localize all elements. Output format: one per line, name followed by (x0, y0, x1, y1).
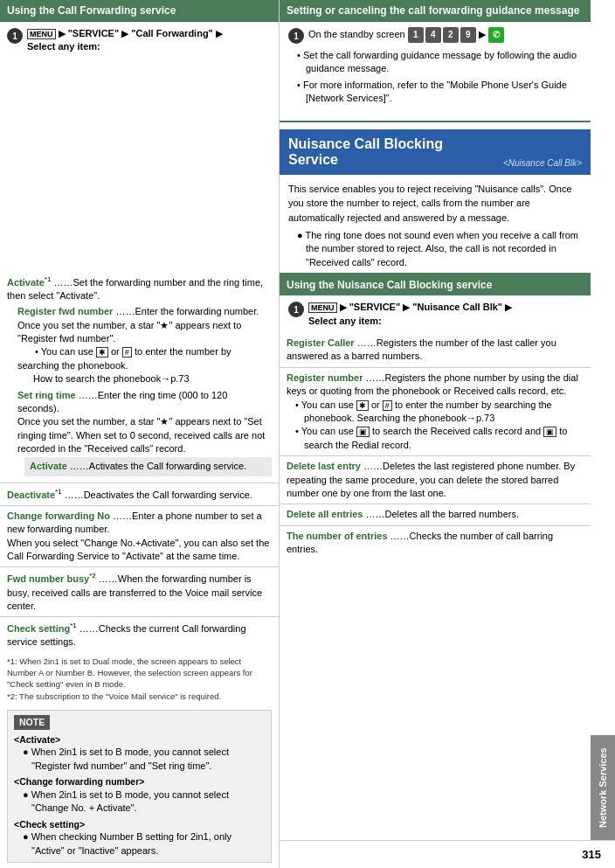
right-bullet2: For more information, refer to the "Mobi… (297, 79, 582, 106)
key-9: 9 (460, 27, 476, 43)
note-label: NOTE (14, 715, 50, 730)
step1-circle: 1 (7, 28, 23, 44)
note-change-bullet: When 2in1 is set to B mode, you cannot s… (23, 788, 265, 816)
key-4: 4 (425, 27, 441, 43)
nuisance-step1: 1 MENU ▶ "SERVICE" ▶ "Nuisance Call Blk"… (288, 301, 582, 328)
activate-sub-items: Register fwd number ……Enter the forwardi… (7, 305, 272, 476)
check-setting-label: Check setting (7, 623, 70, 634)
set-ring-time-label: Set ring time (17, 390, 76, 400)
register-fwd-row: Register fwd number ……Enter the forwardi… (17, 305, 272, 385)
footer: 315 (280, 840, 615, 868)
note-change-label: <Change forwarding number> (14, 776, 144, 787)
nuisance-select-label: Select any item: (308, 316, 382, 326)
nuisance-step1-text: MENU ▶ "SERVICE" ▶ "Nuisance Call Blk" ▶… (308, 301, 512, 328)
deactivate-row: Deactivate*1 ……Deactivates the Call forw… (0, 483, 279, 505)
right-bullet1: Set the call forwarding guidance message… (297, 49, 582, 76)
footnote2: *2: The subscription to the "Voice Mail … (7, 691, 272, 702)
note-change-section: <Change forwarding number> When 2in1 is … (14, 775, 265, 815)
left-section-header: Using the Call Forwarding service (0, 0, 279, 22)
register-caller-label: Register Caller (287, 337, 355, 348)
nuisance-step1-circle: 1 (288, 302, 304, 317)
nuisance-menu-badge: MENU (308, 302, 337, 313)
right-top-content: 1 On the standby screen 1 4 2 9 ▶ (280, 22, 591, 114)
footnotes: *1: When 2in1 is set to Dual mode, the s… (0, 653, 279, 705)
select-label: Select any item: (27, 41, 100, 52)
nuisance-call-blk-label: "Nuisance Call Blk" (412, 302, 502, 312)
activate-row: Activate*1 ……Set the forwarding number a… (0, 271, 279, 483)
activate-sub-label: Activate (30, 461, 67, 471)
nuisance-service-label: "SERVICE" (349, 302, 401, 312)
activate-sub-box: Activate ……Activates the Call forwarding… (24, 457, 272, 476)
key-1: 1 (408, 27, 424, 43)
delete-last-row: Delete last entry ……Deletes the last reg… (280, 455, 591, 503)
nuisance-bullet1: The ring tone does not sound even when y… (297, 229, 582, 269)
service-label: "SERVICE" (68, 28, 120, 38)
using-nuisance-header: Using the Nuisance Call Blocking service (280, 274, 591, 295)
reg-num-bullet2: You can use ▣ to search the Received cal… (295, 425, 584, 452)
nuisance-box: Nuisance Call BlockingService <Nuisance … (280, 129, 591, 175)
delete-all-label: Delete all entries (287, 509, 363, 519)
step1-text: MENU ▶ "SERVICE" ▶ "Call Forwarding" ▶ S… (27, 27, 223, 54)
register-fwd-bullet1: You can use ✱ or # to enter the number b… (17, 346, 231, 370)
network-services-label: Network Services (591, 735, 615, 840)
register-fwd-label: Register fwd number (17, 306, 113, 316)
note-activate-bullet: When 2in1 is set to B mode, you cannot s… (23, 746, 265, 773)
number-of-entries-row: The number of entries ……Checks the numbe… (280, 525, 591, 560)
nuisance-title-row: Nuisance Call BlockingService <Nuisance … (288, 136, 582, 168)
delete-last-label: Delete last entry (287, 461, 361, 471)
note-activate-label: <Activate> (14, 734, 60, 745)
left-step1: 1 MENU ▶ "SERVICE" ▶ "Call Forwarding" ▶… (7, 27, 272, 54)
register-number-label: Register number (287, 372, 363, 383)
footnote1: *1: When 2in1 is set to Dual mode, the s… (7, 656, 272, 691)
note-activate-section: <Activate> When 2in1 is set to B mode, y… (14, 733, 265, 773)
delete-all-row: Delete all entries ……Deletes all the bar… (280, 503, 591, 524)
left-section-title: Using the Call Forwarding service (7, 4, 176, 17)
number-of-entries-label: The number of entries (287, 531, 388, 541)
side-tab-area: Network Services (591, 0, 615, 840)
note-box: NOTE <Activate> When 2in1 is set to B mo… (7, 710, 272, 863)
right-top-header: Setting or canceling the call forwarding… (280, 0, 591, 22)
set-ring-time-row: Set ring time ……Enter the ring time (000… (17, 389, 272, 476)
call-key: ✆ (488, 27, 504, 43)
right-top-title: Setting or canceling the call forwarding… (287, 4, 579, 17)
register-caller-row: Register Caller ……Registers the number o… (280, 333, 591, 367)
right-top-section: Setting or canceling the call forwarding… (280, 0, 591, 122)
right-step1-text: On the standby screen 1 4 2 9 ▶ ✆ (308, 27, 504, 43)
right-step1: 1 On the standby screen 1 4 2 9 ▶ (288, 27, 582, 44)
using-nuisance-title: Using the Nuisance Call Blocking service (287, 279, 492, 291)
check-setting-row: Check setting*1 ……Checks the current Cal… (0, 616, 279, 652)
change-forwarding-row: Change forwarding No ……Enter a phone num… (0, 505, 279, 567)
fwd-busy-label: Fwd number busy (7, 573, 89, 584)
nuisance-description: This service enables you to reject recei… (280, 175, 591, 274)
activate-label: Activate (7, 276, 45, 287)
nuisance-tag: <Nuisance Call Blk> (503, 158, 582, 168)
reg-num-bullet1: You can use ✱ or # to enter the number b… (295, 399, 584, 426)
nuisance-content-rows: Register Caller ……Registers the number o… (280, 333, 591, 559)
key-2: 2 (443, 27, 459, 43)
right-step1-circle: 1 (288, 28, 304, 44)
change-forwarding-label: Change forwarding No (7, 510, 110, 521)
using-nuisance-step: 1 MENU ▶ "SERVICE" ▶ "Nuisance Call Blk"… (280, 295, 591, 328)
note-check-bullet: When checking Number B setting for 2in1,… (23, 830, 265, 858)
nuisance-title: Nuisance Call BlockingService (288, 136, 443, 168)
key-sequence: 1 4 2 9 (408, 27, 476, 43)
using-nuisance-section: Using the Nuisance Call Blocking service… (280, 273, 591, 559)
register-number-row: Register number ……Registers the phone nu… (280, 367, 591, 455)
page-number: 315 (575, 844, 608, 865)
menu-badge: MENU (27, 29, 56, 39)
fwd-number-busy-row: Fwd number busy*2 ……When the forwarding … (0, 566, 279, 616)
deactivate-label: Deactivate (7, 490, 55, 500)
note-check-label: <Check setting> (14, 819, 85, 830)
left-content-rows: Activate*1 ……Set the forwarding number a… (0, 271, 279, 653)
note-check-section: <Check setting> When checking Number B s… (14, 818, 265, 858)
on-standby-label: On the standby screen (308, 29, 405, 39)
forwarding-label: "Call Forwarding" (131, 28, 213, 38)
nuisance-desc-text: This service enables you to reject recei… (288, 182, 582, 226)
